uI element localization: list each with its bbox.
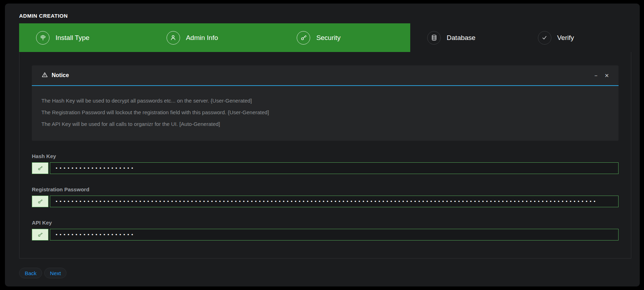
key-icon: [300, 34, 307, 41]
step-install-type[interactable]: Install Type: [19, 23, 150, 52]
api-key-label: API Key: [32, 220, 619, 226]
screen: ADMIN CREATION Install Type Admin Info: [0, 0, 644, 290]
wizard-nav-buttons: Back Next: [19, 268, 631, 278]
admin-creation-panel: ADMIN CREATION Install Type Admin Info: [5, 4, 640, 286]
api-key-input[interactable]: [50, 229, 619, 240]
notice-body: The Hash Key will be used to decrypt all…: [32, 86, 619, 141]
api-key-input-group: [32, 229, 619, 240]
hash-key-label: Hash Key: [32, 153, 619, 159]
key-icon: [32, 196, 48, 207]
security-step-content: Notice − ✕ The Hash Key will be used to …: [19, 52, 631, 259]
check-icon: [541, 34, 548, 41]
step-circle: [427, 31, 441, 45]
registration-password-group: Registration Password: [32, 186, 619, 207]
step-label: Security: [316, 34, 341, 42]
step-label: Install Type: [56, 34, 89, 42]
hash-key-input-group: [32, 162, 619, 174]
api-key-group: API Key: [32, 220, 619, 240]
page-title: ADMIN CREATION: [19, 13, 631, 19]
notice-line: The API Key will be used for all calls t…: [41, 118, 609, 130]
registration-password-input-group: [32, 196, 619, 207]
database-icon: [430, 34, 438, 41]
back-button[interactable]: Back: [19, 268, 42, 278]
key-icon: [32, 229, 48, 240]
step-circle: [538, 31, 551, 45]
step-database[interactable]: Database: [410, 23, 521, 52]
user-icon: [169, 34, 177, 41]
notice-title-wrap: Notice: [41, 71, 69, 80]
step-label: Verify: [557, 34, 574, 42]
step-admin-info[interactable]: Admin Info: [150, 23, 280, 52]
minimize-icon[interactable]: −: [594, 73, 598, 78]
notice-panel: Notice − ✕ The Hash Key will be used to …: [32, 65, 619, 141]
step-circle: [297, 31, 310, 45]
notice-tools: − ✕: [594, 73, 609, 78]
next-button[interactable]: Next: [44, 268, 66, 278]
close-icon[interactable]: ✕: [604, 73, 609, 78]
step-circle: [36, 31, 50, 45]
registration-password-label: Registration Password: [32, 186, 619, 192]
key-icon: [32, 162, 48, 174]
notice-title: Notice: [52, 72, 69, 79]
step-security[interactable]: Security: [280, 23, 410, 52]
step-label: Database: [447, 34, 475, 42]
hash-key-group: Hash Key: [32, 153, 619, 174]
notice-header: Notice − ✕: [32, 65, 619, 85]
step-verify[interactable]: Verify: [521, 23, 631, 52]
warning-icon: [41, 71, 48, 80]
wizard-stepper: Install Type Admin Info Security: [19, 23, 631, 52]
notice-line: The Hash Key will be used to decrypt all…: [41, 95, 609, 106]
step-label: Admin Info: [186, 34, 218, 42]
step-circle: [167, 31, 180, 45]
registration-password-input[interactable]: [50, 196, 619, 207]
notice-line: The Registration Password will lockout t…: [41, 106, 609, 118]
hash-key-input[interactable]: [50, 162, 619, 174]
signpost-icon: [39, 34, 47, 41]
